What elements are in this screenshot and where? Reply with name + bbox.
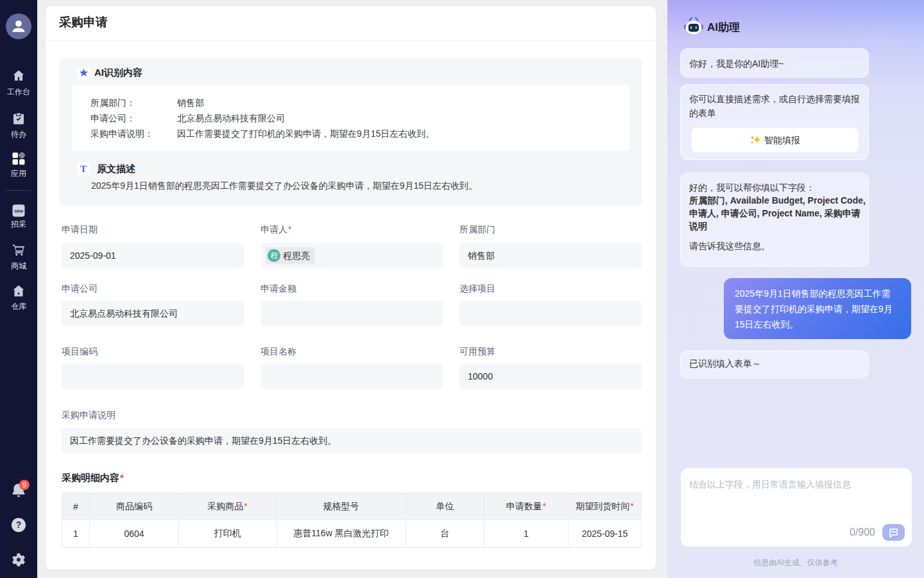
svg-text:?: ? bbox=[16, 520, 21, 530]
svg-text:9: 9 bbox=[22, 481, 26, 489]
svg-text:SRM: SRM bbox=[14, 209, 23, 213]
